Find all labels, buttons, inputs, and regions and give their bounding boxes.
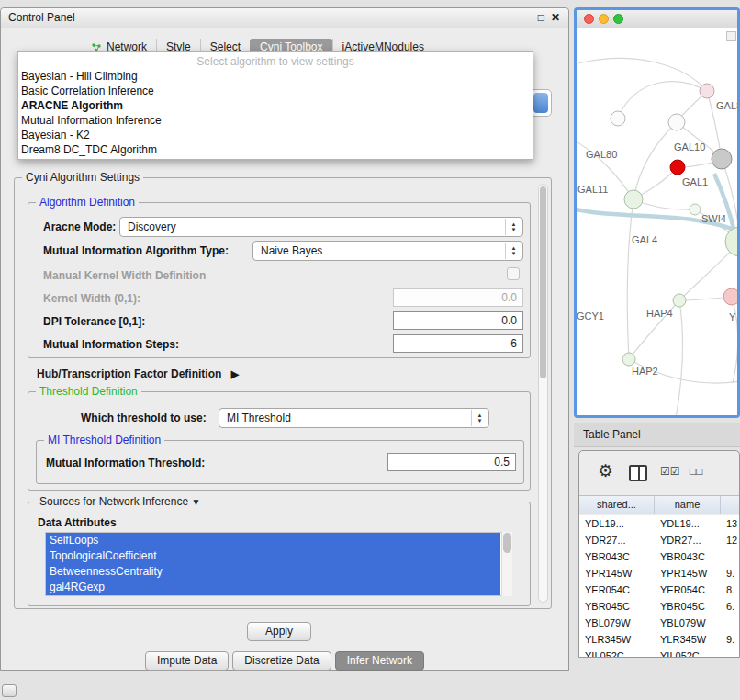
which-threshold-select[interactable]: MI Threshold ▲▼ [219, 408, 489, 428]
data-attribute-item[interactable]: SelfLoops [46, 533, 500, 548]
bottom-tab-infer-network[interactable]: Infer Network [335, 651, 424, 671]
network-edge [732, 297, 737, 383]
table-row[interactable]: YIL052CYIL052C [579, 648, 739, 657]
node-label: GAL11 [577, 184, 608, 195]
aracne-mode-select[interactable]: Discovery ▲▼ [119, 217, 523, 237]
table-window: ⚙ ☑☑ □□ shared...name YDL19...YDL19...13… [578, 450, 740, 658]
table-cell: 9. [721, 631, 739, 648]
network-node[interactable] [673, 294, 686, 307]
network-node[interactable] [624, 190, 643, 209]
table-column-header[interactable] [721, 496, 740, 514]
network-edge [578, 59, 707, 91]
table-row[interactable]: YPR145WYPR145W9. [579, 565, 739, 581]
algorithm-option[interactable]: Bayesian - Hill Climbing [18, 69, 533, 84]
table-cell: YDR27... [655, 532, 721, 548]
minimize-traffic-light[interactable] [599, 14, 609, 24]
table-column-header[interactable]: shared... [579, 496, 655, 514]
table-cell: 13 [721, 515, 739, 532]
table-row[interactable]: YBL079WYBL079W [579, 615, 739, 631]
dpi-tolerance-label: DPI Tolerance [0,1]: [43, 312, 145, 331]
table-row[interactable]: YBR045CYBR045C6. [579, 598, 739, 615]
data-attribute-item[interactable]: BetweennessCentrality [46, 564, 500, 580]
float-window-icon[interactable]: □ [538, 8, 544, 28]
network-canvas[interactable]: GAL80GAL10GAL11GAL1SWI4GAL4GCY1HAP4HAP2G… [577, 28, 737, 415]
algorithm-option[interactable]: Dream8 DC_TDC Algorithm [18, 142, 533, 157]
select-all-columns-icon[interactable]: ☑☑ [660, 465, 680, 478]
node-label: GAL1 [682, 176, 708, 187]
network-node[interactable] [670, 160, 685, 175]
network-node[interactable] [611, 111, 625, 126]
column-layout-icon[interactable] [629, 465, 647, 481]
deselect-all-columns-icon[interactable]: □□ [690, 465, 703, 478]
network-node[interactable] [622, 353, 635, 366]
panel-grip-icon[interactable] [2, 684, 17, 697]
manual-kernel-checkbox[interactable] [507, 267, 520, 280]
algorithm-option[interactable]: Bayesian - K2 [18, 128, 533, 142]
table-panel-bar: Table Panel [574, 423, 740, 447]
table-cell [721, 648, 739, 657]
network-node[interactable] [700, 84, 714, 98]
desktop: Control Panel □ ✕ NetworkStyleSelectCyni… [0, 0, 740, 700]
birdseye-toggle[interactable] [726, 31, 736, 41]
algorithm-option[interactable]: ARACNE Algorithm [18, 98, 533, 113]
algorithm-option[interactable]: Basic Correlation Inference [18, 84, 533, 98]
hub-definition-toggle[interactable]: Hub/Transcription Factor Definition ▶ [37, 367, 239, 380]
table-cell: YPR145W [579, 565, 655, 581]
network-node[interactable] [690, 204, 701, 215]
table-row[interactable]: YDL19...YDL19...13 [579, 515, 739, 532]
table-row[interactable]: YER054CYER054C8. [579, 581, 739, 598]
close-icon[interactable]: ✕ [551, 8, 560, 28]
table-cell: 6. [721, 598, 739, 615]
table-cell: YDR27... [579, 532, 655, 548]
which-threshold-label: Which threshold to use: [81, 409, 207, 427]
data-attributes-label: Data Attributes [38, 514, 117, 532]
data-attribute-item[interactable]: gal4RGexp [46, 580, 500, 595]
bottom-tabs: Impute DataDiscretize DataInfer Network [1, 651, 568, 671]
settings-scrollbar[interactable] [538, 184, 548, 603]
table-cell: 9. [721, 565, 739, 581]
table-row[interactable]: YLR345WYLR345W9. [579, 631, 739, 648]
combo-stepper-button[interactable] [533, 93, 548, 113]
network-node[interactable] [723, 288, 737, 305]
sources-group-title[interactable]: Sources for Network Inference ▼ [36, 495, 204, 509]
network-node[interactable] [712, 149, 732, 169]
table-cell: YIL052C [655, 648, 721, 657]
algorithm-option[interactable]: Mutual Information Inference [18, 113, 533, 128]
settings-group-title: Cyni Algorithm Settings [22, 171, 143, 184]
mi-threshold-group-title: MI Threshold Definition [44, 434, 164, 446]
node-label: GAL10 [674, 141, 705, 152]
table-column-header[interactable]: name [655, 496, 721, 514]
mi-threshold-group: MI Threshold Definition Mutual Informati… [36, 440, 524, 484]
table-row[interactable]: YBR043CYBR043C [579, 548, 739, 565]
bottom-tab-impute-data[interactable]: Impute Data [145, 651, 229, 671]
table-cell: YBL079W [655, 615, 721, 631]
sources-title-text: Sources for Network Inference [39, 495, 188, 508]
close-traffic-light[interactable] [584, 14, 594, 24]
threshold-definition-group: Threshold Definition Which threshold to … [28, 391, 531, 491]
table-row[interactable]: YDR27...YDR27...12 [579, 532, 739, 548]
network-edge [627, 199, 633, 359]
zoom-traffic-light[interactable] [613, 14, 623, 24]
table-header: shared...name [579, 495, 739, 514]
mi-threshold-field[interactable]: 0.5 [387, 453, 516, 471]
table-toolbar: ⚙ ☑☑ □□ [579, 451, 739, 495]
dpi-tolerance-field[interactable]: 0.0 [393, 311, 523, 330]
table-cell: YDL19... [655, 515, 721, 532]
node-label: SWI4 [701, 213, 726, 224]
apply-button[interactable]: Apply [247, 622, 311, 641]
settings-scrollbar-thumb[interactable] [540, 186, 546, 378]
node-label: GCY1 [577, 310, 604, 322]
mi-type-select[interactable]: Naive Bayes ▲▼ [252, 241, 523, 261]
mi-steps-field[interactable]: 6 [393, 334, 523, 353]
mi-threshold-label: Mutual Information Threshold: [46, 454, 205, 472]
gear-icon[interactable]: ⚙ [598, 461, 613, 481]
control-panel-titlebar: Control Panel □ ✕ [1, 8, 568, 28]
list-scrollbar-thumb[interactable] [503, 533, 511, 553]
list-scrollbar[interactable] [501, 532, 512, 596]
collapsed-arrow-icon: ▶ [231, 368, 239, 379]
kernel-width-field[interactable]: 0.0 [393, 288, 523, 307]
network-node[interactable] [668, 114, 685, 130]
data-attribute-item[interactable]: TopologicalCoefficient [46, 548, 500, 564]
table-cell: YER054C [655, 581, 721, 598]
bottom-tab-discretize-data[interactable]: Discretize Data [232, 651, 331, 671]
